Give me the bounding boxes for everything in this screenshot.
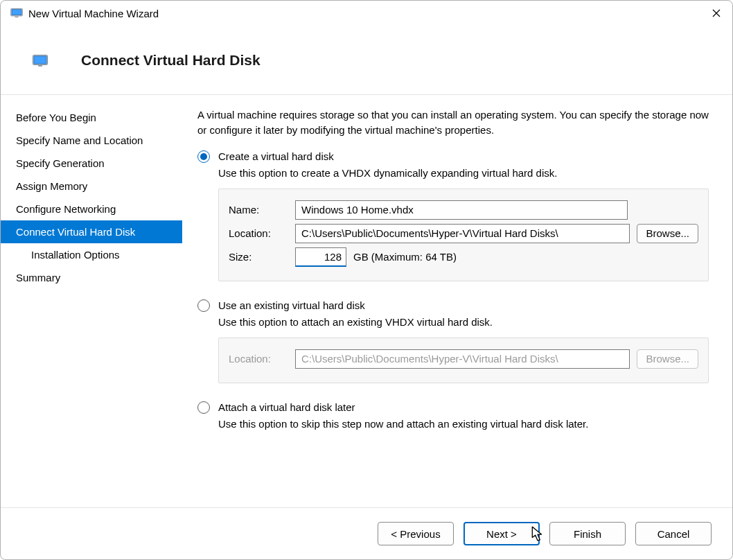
browse-location-button[interactable]: Browse...	[637, 224, 698, 243]
existing-browse-label: Browse...	[646, 353, 689, 365]
banner: Connect Virtual Hard Disk	[1, 26, 732, 95]
existing-location-label: Location:	[229, 353, 288, 365]
wizard-icon	[33, 55, 48, 67]
option-existing-vhd[interactable]: Use an existing virtual hard disk	[197, 299, 709, 312]
name-label: Name:	[229, 204, 288, 216]
vhd-size-input[interactable]	[295, 247, 346, 267]
existing-vhd-panel: Location: Browse...	[218, 338, 709, 383]
step-installation-options[interactable]: Installation Options	[1, 243, 182, 266]
radio-attach-later[interactable]	[197, 401, 210, 414]
option-existing-desc: Use this option to attach an existing VH…	[218, 315, 709, 329]
option-create-vhd[interactable]: Create a virtual hard disk	[197, 150, 709, 163]
page-title: Connect Virtual Hard Disk	[81, 52, 260, 69]
option-attach-later[interactable]: Attach a virtual hard disk later	[197, 401, 709, 414]
size-suffix: GB (Maximum: 64 TB)	[353, 251, 457, 263]
svg-rect-2	[15, 16, 18, 17]
option-existing-label: Use an existing virtual hard disk	[218, 299, 365, 311]
browse-label: Browse...	[646, 227, 689, 239]
window-title: New Virtual Machine Wizard	[28, 8, 159, 19]
radio-create-vhd[interactable]	[197, 150, 210, 163]
step-label: Specify Name and Location	[16, 134, 143, 146]
radio-existing-vhd[interactable]	[197, 299, 210, 312]
close-button[interactable]	[700, 1, 732, 26]
svg-rect-1	[12, 10, 21, 15]
cancel-label: Cancel	[657, 528, 690, 540]
step-specify-name[interactable]: Specify Name and Location	[1, 129, 182, 152]
step-label: Installation Options	[31, 249, 120, 261]
step-summary[interactable]: Summary	[1, 266, 182, 289]
step-assign-memory[interactable]: Assign Memory	[1, 175, 182, 198]
svg-rect-5	[38, 65, 42, 67]
next-button[interactable]: Next >	[463, 522, 540, 545]
step-label: Assign Memory	[16, 180, 87, 192]
step-connect-vhd[interactable]: Connect Virtual Hard Disk	[1, 220, 182, 243]
intro-text: A virtual machine requires storage so th…	[197, 107, 709, 138]
step-label: Before You Begin	[16, 112, 96, 123]
step-label: Connect Virtual Hard Disk	[16, 226, 135, 238]
step-label: Configure Networking	[16, 203, 116, 215]
location-label: Location:	[229, 227, 288, 239]
footer: < Previous Next > Finish Cancel	[1, 507, 732, 559]
create-vhd-panel: Name: Location: Browse... Size: GB (Maxi…	[218, 189, 709, 281]
vhd-location-input[interactable]	[295, 224, 630, 243]
title-bar: New Virtual Machine Wizard	[1, 1, 732, 26]
finish-label: Finish	[574, 528, 601, 540]
wizard-steps-sidebar: Before You Begin Specify Name and Locati…	[1, 95, 182, 507]
existing-browse-button: Browse...	[637, 349, 698, 369]
app-icon	[10, 8, 23, 18]
previous-button[interactable]: < Previous	[378, 522, 454, 545]
finish-button[interactable]: Finish	[549, 522, 626, 545]
content-pane: A virtual machine requires storage so th…	[182, 95, 732, 507]
option-later-label: Attach a virtual hard disk later	[218, 401, 355, 413]
cancel-button[interactable]: Cancel	[635, 522, 712, 545]
step-specify-generation[interactable]: Specify Generation	[1, 152, 182, 175]
step-configure-networking[interactable]: Configure Networking	[1, 198, 182, 220]
existing-location-input	[295, 349, 630, 369]
option-create-desc: Use this option to create a VHDX dynamic…	[218, 166, 709, 180]
next-label: Next >	[486, 528, 517, 540]
previous-label: < Previous	[391, 528, 440, 540]
close-icon	[712, 9, 721, 17]
step-label: Summary	[16, 272, 60, 283]
step-label: Specify Generation	[16, 157, 105, 169]
option-create-label: Create a virtual hard disk	[218, 150, 334, 162]
svg-rect-4	[34, 56, 46, 64]
vhd-name-input[interactable]	[295, 200, 628, 220]
step-before-you-begin[interactable]: Before You Begin	[1, 106, 182, 129]
size-label: Size:	[229, 251, 288, 263]
option-later-desc: Use this option to skip this step now an…	[218, 417, 709, 431]
